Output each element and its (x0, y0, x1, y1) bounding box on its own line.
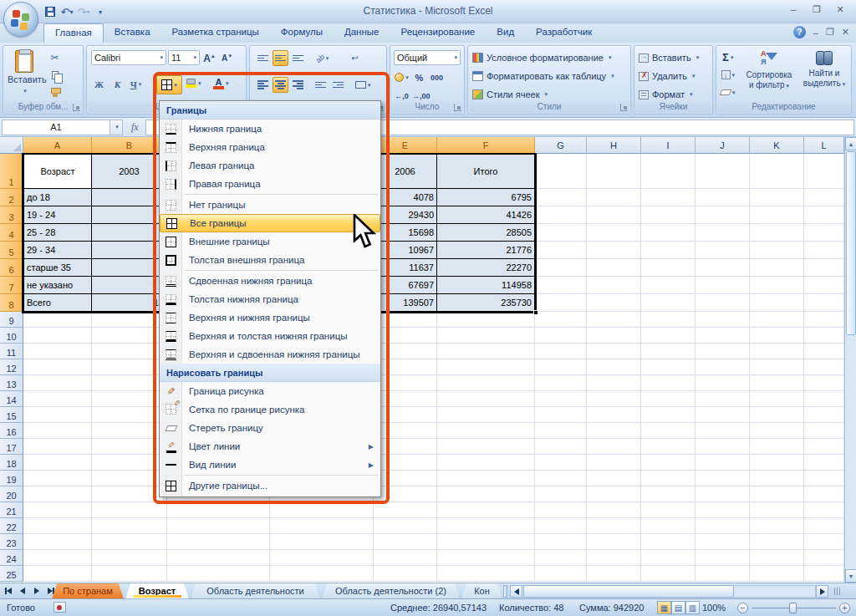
cell-L24[interactable] (804, 550, 844, 566)
accounting-format-button[interactable]: ▾ (394, 69, 410, 85)
cell-E24[interactable] (374, 550, 437, 566)
menu-item-border-outside[interactable]: Внешние границы (160, 232, 380, 251)
cell-J14[interactable] (696, 391, 750, 407)
format-as-table-button[interactable]: Форматировать как таблицу▾ (472, 68, 614, 84)
cell-F4[interactable]: 28505 (437, 224, 535, 242)
cell-E7[interactable]: 67697 (374, 277, 437, 294)
cell-E17[interactable] (374, 439, 437, 455)
cell-K9[interactable] (750, 312, 804, 328)
row-header-5[interactable]: 5 (0, 242, 23, 259)
macro-record-icon[interactable] (54, 602, 66, 613)
cell-A12[interactable] (23, 359, 92, 375)
cell-K16[interactable] (750, 423, 804, 439)
cell-J5[interactable] (696, 242, 750, 259)
cell-K20[interactable] (750, 486, 804, 502)
cell-F18[interactable] (437, 455, 535, 471)
cell-H10[interactable] (587, 328, 641, 344)
font-size-combo[interactable]: 11▾ (168, 50, 200, 65)
column-header-K[interactable]: K (750, 137, 804, 154)
shrink-font-button[interactable]: А▼ (219, 50, 235, 66)
cell-G17[interactable] (535, 439, 587, 455)
cell-I11[interactable] (641, 344, 696, 359)
column-header-B[interactable]: B (92, 137, 167, 154)
cell-styles-button[interactable]: Стили ячеек▾ (472, 86, 548, 103)
cell-H19[interactable] (587, 471, 641, 486)
row-header-12[interactable]: 12 (0, 359, 23, 375)
tab-page-layout[interactable]: Разметка страницы (161, 23, 270, 43)
row-header-8[interactable]: 8 (0, 294, 23, 312)
row-header-16[interactable]: 16 (0, 423, 23, 439)
cell-G15[interactable] (535, 407, 587, 423)
row-header-18[interactable]: 18 (0, 455, 23, 471)
insert-cells-button[interactable]: Вставить▾ (639, 49, 699, 66)
cell-K23[interactable] (750, 534, 804, 550)
row-header-25[interactable]: 25 (0, 566, 23, 582)
cell-F5[interactable]: 21776 (437, 242, 535, 259)
cell-A6[interactable]: старше 35 (23, 259, 92, 277)
cell-B15[interactable] (92, 407, 167, 423)
cell-A9[interactable] (23, 312, 92, 328)
cell-J2[interactable] (696, 189, 750, 206)
cell-G9[interactable] (535, 312, 587, 328)
cell-E10[interactable] (374, 328, 437, 344)
cell-L25[interactable] (804, 566, 844, 582)
tab-insert[interactable]: Вставка (104, 23, 161, 43)
cell-L12[interactable] (804, 359, 844, 375)
cell-I23[interactable] (641, 534, 696, 550)
scroll-down-icon[interactable]: ▼ (845, 569, 856, 583)
cell-L6[interactable] (804, 259, 844, 277)
cell-I14[interactable] (641, 391, 696, 407)
row-header-9[interactable]: 9 (0, 312, 23, 328)
tab-view[interactable]: Вид (486, 23, 525, 43)
cell-A13[interactable] (23, 375, 92, 391)
cell-I15[interactable] (641, 407, 696, 423)
cell-E15[interactable] (374, 407, 437, 423)
cell-A22[interactable] (23, 518, 92, 534)
cell-G11[interactable] (535, 344, 587, 359)
cell-J20[interactable] (696, 486, 750, 502)
zoom-level[interactable]: 100% (702, 603, 726, 613)
cell-B11[interactable] (92, 344, 167, 359)
cell-A17[interactable] (23, 439, 92, 455)
cell-E5[interactable]: 10967 (374, 242, 437, 259)
cell-C23[interactable] (167, 534, 270, 550)
cell-L1[interactable] (804, 154, 844, 189)
cell-L16[interactable] (804, 423, 844, 439)
cell-H12[interactable] (587, 359, 641, 375)
cell-G6[interactable] (535, 259, 587, 277)
cell-K4[interactable] (750, 224, 804, 242)
cell-I25[interactable] (641, 566, 696, 582)
cell-B22[interactable] (92, 518, 167, 534)
cell-H15[interactable] (587, 407, 641, 423)
cell-K25[interactable] (750, 566, 804, 582)
orientation-button[interactable]: ab▾ (314, 50, 330, 66)
cell-K17[interactable] (750, 439, 804, 455)
italic-button[interactable]: К (110, 76, 125, 92)
cell-G23[interactable] (535, 534, 587, 550)
grow-font-button[interactable]: А▲ (201, 50, 217, 66)
cell-J13[interactable] (696, 375, 750, 391)
percent-style-button[interactable]: % (411, 69, 427, 85)
cell-A14[interactable] (23, 391, 92, 407)
menu-item-line-color[interactable]: ✎Цвет линии▶ (160, 437, 380, 456)
cell-C22[interactable] (167, 518, 270, 534)
name-box-dropdown[interactable]: ▾ (110, 120, 123, 135)
cell-A25[interactable] (23, 566, 92, 582)
sheet-tab-4[interactable]: Область деятельности (2) (322, 583, 460, 599)
cell-B14[interactable] (92, 391, 167, 407)
cell-E13[interactable] (374, 375, 437, 391)
cell-I3[interactable] (641, 206, 696, 224)
cell-E3[interactable]: 29430 (374, 206, 437, 224)
cell-C24[interactable] (167, 550, 270, 566)
cell-K12[interactable] (750, 359, 804, 375)
row-header-6[interactable]: 6 (0, 259, 23, 277)
cell-B6[interactable] (92, 259, 167, 277)
cell-H6[interactable] (587, 259, 641, 277)
cell-E19[interactable] (374, 471, 437, 486)
clipboard-dialog-launcher[interactable] (73, 104, 80, 111)
cell-L9[interactable] (804, 312, 844, 328)
align-center-button[interactable] (273, 77, 288, 93)
cell-H9[interactable] (587, 312, 641, 328)
cell-A18[interactable] (23, 455, 92, 471)
cell-G22[interactable] (535, 518, 587, 534)
